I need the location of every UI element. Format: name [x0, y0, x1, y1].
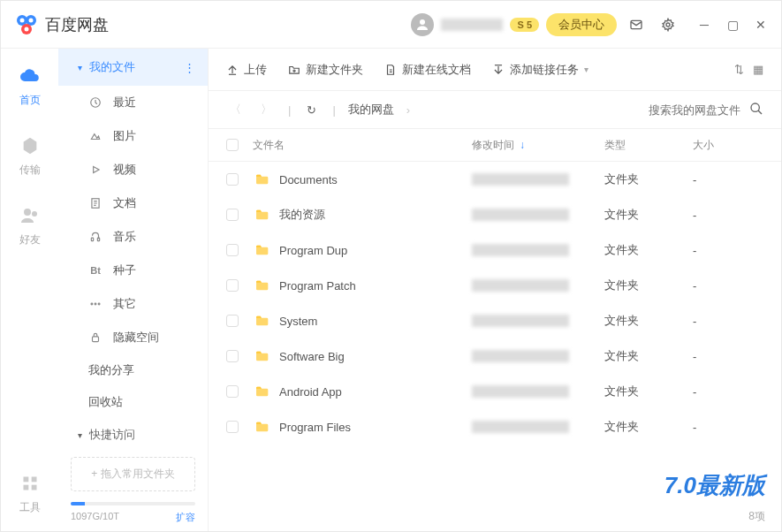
sidebar-item-docs[interactable]: 文档: [58, 186, 208, 220]
column-time[interactable]: 修改时间 ↓: [472, 138, 604, 153]
document-icon: [384, 64, 397, 76]
file-row[interactable]: Documents 文件夹 -: [209, 162, 781, 197]
column-name[interactable]: 文件名: [253, 138, 472, 153]
maximize-button[interactable]: ▢: [725, 17, 740, 33]
sidebar-item-label: 种子: [113, 262, 136, 278]
search-input[interactable]: [617, 103, 740, 117]
svg-point-4: [29, 18, 34, 22]
svg-point-9: [24, 209, 31, 216]
row-checkbox[interactable]: [226, 421, 239, 433]
file-size: -: [693, 350, 763, 363]
sidebar-item-music[interactable]: 音乐: [58, 220, 208, 254]
sidebar-item-other[interactable]: 其它: [58, 287, 208, 321]
file-name: System: [279, 315, 317, 328]
file-type: 文件夹: [604, 313, 693, 329]
modified-time: [472, 173, 569, 186]
file-row[interactable]: Program Patch 文件夹 -: [209, 268, 781, 303]
sidebar-item-recent[interactable]: 最近: [58, 86, 208, 119]
file-size: -: [693, 173, 763, 186]
minimize-button[interactable]: ─: [696, 17, 712, 33]
file-row[interactable]: Program Dup 文件夹 -: [209, 232, 781, 268]
logo-icon: [13, 11, 40, 38]
svg-rect-14: [31, 485, 36, 490]
close-button[interactable]: ✕: [753, 17, 769, 33]
rail-tools[interactable]: 工具: [19, 472, 42, 515]
sidebar-item-video[interactable]: 视频: [58, 153, 208, 186]
sidebar-quick-access[interactable]: ▾ 快捷访问: [58, 418, 208, 452]
nav-forward-button[interactable]: 〉: [257, 102, 276, 118]
avatar[interactable]: [411, 13, 434, 36]
username: [441, 19, 503, 31]
upload-button[interactable]: 上传: [226, 62, 267, 78]
sidebar-item-bt[interactable]: Bt种子: [58, 254, 208, 287]
quick-drop-area[interactable]: + 拖入常用文件夹: [71, 457, 195, 491]
mail-icon[interactable]: [624, 12, 649, 37]
refresh-button[interactable]: ↻: [303, 103, 320, 117]
sidebar-item-hidden[interactable]: 隐藏空间: [58, 321, 208, 354]
row-checkbox[interactable]: [226, 209, 239, 221]
rail-transfer[interactable]: 传输: [19, 134, 42, 178]
settings-icon[interactable]: [656, 12, 680, 37]
grid-view-icon[interactable]: ▦: [753, 63, 763, 76]
recent-icon: [88, 96, 102, 109]
file-type: 文件夹: [604, 419, 693, 435]
file-size: -: [693, 385, 763, 399]
file-row[interactable]: System 文件夹 -: [209, 303, 781, 338]
rail-friends[interactable]: 好友: [19, 204, 42, 247]
nav-back-button[interactable]: 〈: [226, 102, 245, 118]
svg-point-19: [91, 303, 93, 305]
sidebar-my-files[interactable]: ▾ 我的文件 ⋮: [58, 49, 208, 86]
column-size[interactable]: 大小: [693, 138, 763, 153]
select-all-checkbox[interactable]: [226, 139, 239, 151]
more-icon[interactable]: ⋮: [184, 61, 195, 74]
storage-info: 1097G/10T 扩容: [58, 502, 208, 531]
member-center-button[interactable]: 会员中心: [546, 13, 617, 36]
new-doc-button[interactable]: 新建在线文档: [384, 62, 471, 78]
app-logo: 百度网盘: [13, 11, 109, 38]
content-area: 上传 新建文件夹 新建在线文档 添加链接任务 ▾ ⇅ ▦ 〈 〉: [209, 49, 781, 531]
sidebar-item-label: 隐藏空间: [113, 330, 159, 346]
sidebar-recycle[interactable]: 回收站: [58, 386, 208, 418]
rail-label: 工具: [19, 500, 41, 515]
row-checkbox[interactable]: [226, 244, 239, 256]
rail-home[interactable]: 首页: [19, 65, 42, 108]
modified-time: [472, 385, 569, 398]
nav-rail: 首页 传输 好友 工具: [1, 49, 58, 531]
user-area: S 5 会员中心 ─ ▢ ✕: [411, 12, 769, 37]
friends-icon: [19, 204, 42, 227]
svg-rect-13: [23, 485, 28, 490]
new-folder-button[interactable]: 新建文件夹: [288, 62, 363, 78]
chevron-down-icon: ▾: [584, 65, 588, 74]
sidebar-item-images[interactable]: 图片: [58, 119, 208, 153]
file-name: Program Files: [279, 421, 351, 434]
file-row[interactable]: Software Big 文件夹 -: [209, 338, 781, 374]
file-row[interactable]: Program Files 文件夹 -: [209, 409, 781, 445]
sidebar-label: 我的文件: [89, 59, 135, 75]
file-row[interactable]: Android App 文件夹 -: [209, 374, 781, 409]
bt-icon: Bt: [88, 265, 102, 276]
row-checkbox[interactable]: [226, 385, 239, 398]
expand-storage-link[interactable]: 扩容: [176, 511, 195, 524]
file-name: Android App: [279, 385, 342, 399]
table-header: 文件名 修改时间 ↓ 类型 大小: [209, 128, 781, 162]
cloud-icon: [19, 65, 42, 87]
add-link-button[interactable]: 添加链接任务 ▾: [492, 62, 588, 78]
status-item-count: 8项: [748, 509, 765, 524]
version-watermark: 7.0最新版: [664, 470, 765, 501]
column-type[interactable]: 类型: [604, 138, 693, 153]
row-checkbox[interactable]: [226, 350, 239, 362]
sidebar-my-share[interactable]: 我的分享: [58, 354, 208, 386]
modified-time: [472, 244, 569, 256]
row-checkbox[interactable]: [226, 173, 239, 186]
breadcrumb-root[interactable]: 我的网盘: [348, 102, 394, 118]
row-checkbox[interactable]: [226, 279, 239, 292]
sort-icon[interactable]: ⇅: [734, 63, 744, 76]
docs-icon: [88, 197, 102, 209]
file-type: 文件夹: [604, 277, 693, 293]
file-row[interactable]: 我的资源 文件夹 -: [209, 197, 781, 232]
sidebar: ▾ 我的文件 ⋮ 最近图片视频文档音乐Bt种子其它隐藏空间 我的分享 回收站 ▾…: [58, 49, 209, 531]
caret-down-icon: ▾: [78, 430, 82, 440]
other-icon: [88, 298, 102, 310]
search-icon[interactable]: [749, 102, 763, 118]
row-checkbox[interactable]: [226, 315, 239, 327]
